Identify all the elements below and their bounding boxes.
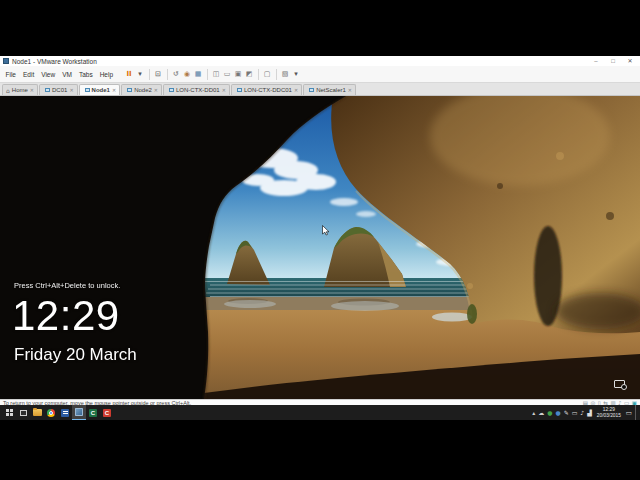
console-view-button[interactable]: ▢	[263, 69, 271, 80]
vm-tab[interactable]: LON-CTX-DD01 ✕	[163, 84, 230, 95]
folder-icon	[33, 409, 42, 416]
vm-monitor-icon	[45, 88, 50, 92]
green-status-tray-icon[interactable]: ●	[547, 405, 552, 420]
action-center-icon[interactable]: ▭	[626, 409, 632, 417]
tab-close-icon[interactable]: ✕	[154, 87, 158, 93]
moss-patch	[467, 304, 477, 324]
tab-close-icon[interactable]: ✕	[294, 87, 298, 93]
menu-item[interactable]: Edit	[19, 71, 37, 78]
take-snapshot-button[interactable]: ◉	[183, 69, 191, 80]
stretch-guest-button[interactable]: ▧	[281, 69, 289, 80]
clock-date: 20/03/2015	[597, 413, 621, 419]
menu-item[interactable]: File	[2, 71, 19, 78]
vmware-app-icon	[75, 408, 83, 416]
unlock-message: Press Ctrl+Alt+Delete to unlock.	[14, 281, 120, 290]
menu-item[interactable]: Help	[96, 71, 116, 78]
lock-screen-time: 12:29	[12, 295, 120, 337]
task-view-icon	[20, 410, 27, 416]
tab-close-icon[interactable]: ✕	[69, 87, 73, 93]
volume-icon[interactable]: ♪	[580, 405, 584, 420]
menu-bar: FileEditViewVMTabsHelp	[2, 71, 117, 78]
vmware-logo-icon	[3, 58, 9, 64]
power-dropdown-arrow[interactable]: ▾	[136, 69, 144, 80]
blue-status-tray-icon[interactable]: ●	[555, 405, 560, 420]
maximize-button[interactable]: □	[606, 56, 620, 66]
tab-label: Home	[12, 87, 28, 93]
home-icon: ⌂	[6, 87, 10, 94]
red-c-app-icon: C	[103, 409, 111, 417]
network-tray-icon[interactable]: ▟	[587, 405, 592, 420]
tab-close-icon[interactable]: ✕	[222, 87, 226, 93]
windows-logo-icon	[6, 409, 13, 416]
tab-label: LON-CTX-DD01	[176, 87, 220, 93]
toolbar-group-console: ▢	[258, 69, 276, 80]
show-desktop-button[interactable]	[635, 405, 638, 420]
vm-tab[interactable]: NetScaler1 ✕	[303, 84, 356, 95]
vm-monitor-icon	[127, 88, 132, 92]
thumbnail-bar-button[interactable]: ▭	[223, 69, 231, 80]
network-status-icon[interactable]	[614, 380, 627, 390]
blue-app-button[interactable]	[58, 405, 72, 420]
vm-display-lock-screen[interactable]: Press Ctrl+Alt+Delete to unlock. 12:29 F…	[0, 96, 640, 399]
tab-label: Node2	[134, 87, 152, 93]
file-explorer-button[interactable]	[30, 405, 44, 420]
chrome-icon	[47, 409, 55, 417]
toolbar-group-display: ▧▾	[276, 69, 305, 80]
menu-item[interactable]: Tabs	[75, 71, 96, 78]
toolbar-group-snapshots: ↺◉▦	[167, 69, 207, 80]
unity-mode-button[interactable]: ◩	[245, 69, 253, 80]
vmware-workstation-button[interactable]	[72, 405, 86, 420]
tab-close-icon[interactable]: ✕	[30, 87, 34, 93]
mouse-cursor	[322, 225, 330, 236]
toolbar-group-power: II▾	[121, 69, 149, 80]
task-view-button[interactable]	[16, 405, 30, 420]
vm-monitor-icon	[309, 88, 314, 92]
system-tray: ▴☁●●✎▭♪▟ 12:29 20/03/2015 ▭	[532, 405, 638, 420]
vm-monitor-icon	[169, 88, 174, 92]
vmware-workstation-window: Node1 - VMware Workstation – □ ✕ FileEdi…	[0, 56, 640, 405]
chrome-button[interactable]	[44, 405, 58, 420]
red-c-app-button[interactable]: C	[100, 405, 114, 420]
vm-monitor-icon	[237, 88, 242, 92]
tab-label: LON-CTX-DDC01	[244, 87, 292, 93]
green-c-app-button[interactable]: C	[86, 405, 100, 420]
display-dropdown-arrow[interactable]: ▾	[292, 69, 300, 80]
taskbar-clock[interactable]: 12:29 20/03/2015	[597, 407, 621, 418]
vm-tab[interactable]: ⌂ Home ✕	[2, 84, 38, 95]
close-button[interactable]: ✕	[623, 56, 637, 66]
minimize-button[interactable]: –	[589, 56, 603, 66]
onedrive-cloud-icon[interactable]: ☁	[538, 405, 544, 420]
tab-close-icon[interactable]: ✕	[348, 87, 352, 93]
touch-keyboard-icon[interactable]: ▭	[572, 405, 578, 420]
start-button[interactable]	[2, 405, 16, 420]
suspend-button[interactable]: II	[125, 69, 133, 80]
send-ctrl-alt-del-button[interactable]: ⊡	[154, 69, 162, 80]
vm-tab[interactable]: Node1 ✕	[79, 84, 121, 95]
letterboxed-video-frame: Node1 - VMware Workstation – □ ✕ FileEdi…	[0, 0, 640, 480]
pen-tray-icon[interactable]: ✎	[564, 405, 569, 420]
host-taskbar: C C ▴☁●●✎▭♪▟ 12:29 20/03/2015 ▭	[0, 405, 640, 420]
tab-label: Node1	[92, 87, 110, 93]
show-hidden-icons-chevron[interactable]: ▴	[532, 405, 535, 420]
revert-snapshot-button[interactable]: ↺	[172, 69, 180, 80]
tab-close-icon[interactable]: ✕	[112, 87, 116, 93]
show-library-button[interactable]: ◫	[212, 69, 220, 80]
tide-pool	[432, 313, 472, 322]
snapshot-manager-button[interactable]: ▦	[194, 69, 202, 80]
vm-monitor-icon	[85, 88, 90, 92]
vm-tab[interactable]: LON-CTX-DDC01 ✕	[231, 84, 302, 95]
tab-label: NetScaler1	[316, 87, 346, 93]
menu-item[interactable]: VM	[59, 71, 76, 78]
menu-item[interactable]: View	[38, 71, 59, 78]
tab-label: DC01	[52, 87, 67, 93]
toolbar-group-cad: ⊡	[149, 69, 167, 80]
menu-and-toolbar: FileEditViewVMTabsHelp II▾ ⊡ ↺◉▦ ◫▭▣◩ ▢ …	[0, 66, 640, 83]
window-title: Node1 - VMware Workstation	[12, 58, 97, 65]
fullscreen-button[interactable]: ▣	[234, 69, 242, 80]
green-c-app-icon: C	[89, 409, 97, 417]
blue-app-icon	[61, 409, 69, 417]
vm-tab[interactable]: DC01 ✕	[39, 84, 78, 95]
vm-tab-bar: ⌂ Home ✕ DC01 ✕ Node1 ✕	[0, 83, 640, 96]
title-bar: Node1 - VMware Workstation – □ ✕	[0, 56, 640, 66]
vm-tab[interactable]: Node2 ✕	[121, 84, 162, 95]
